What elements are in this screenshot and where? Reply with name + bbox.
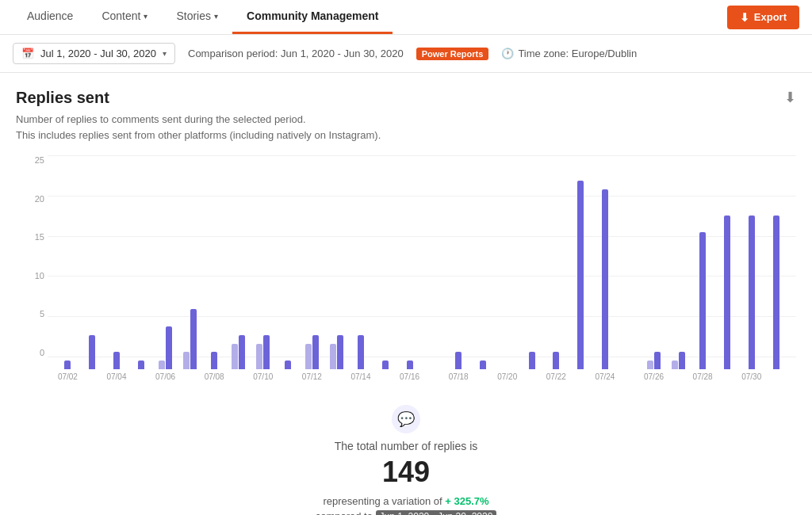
bar-group — [739, 216, 764, 369]
bar-group — [349, 335, 373, 369]
bar-group — [471, 360, 496, 369]
chevron-down-icon: ▾ — [163, 49, 167, 58]
bar-group — [105, 352, 129, 369]
chart-description: Number of replies to comments sent durin… — [16, 112, 796, 143]
chart-container: 25 20 15 10 5 0 — [16, 155, 796, 381]
chevron-down-icon: ▾ — [214, 12, 218, 21]
x-axis-label: 07/06 — [153, 372, 178, 381]
x-axis-label — [666, 372, 691, 381]
bar-group — [202, 352, 227, 369]
main-bar — [679, 352, 685, 369]
x-axis-label — [178, 372, 202, 381]
main-bar — [190, 309, 197, 369]
main-bar — [724, 216, 730, 369]
bar-group — [397, 360, 422, 369]
bar-group — [56, 360, 80, 369]
comparison-bar — [647, 360, 653, 369]
tab-audience[interactable]: Audience — [13, 0, 87, 34]
main-bar — [64, 360, 71, 369]
main-bar — [239, 335, 245, 369]
x-axis-label: 07/24 — [593, 372, 618, 381]
bar-group — [519, 352, 544, 369]
comparison-bar — [232, 344, 238, 369]
x-axis-label — [569, 372, 593, 381]
main-bar — [113, 352, 120, 369]
filter-bar: 📅 Jul 1, 2020 - Jul 30, 2020 ▾ Compariso… — [0, 35, 812, 73]
x-axis-label — [519, 372, 544, 381]
x-axis-label — [617, 372, 642, 381]
bars-chart — [48, 155, 796, 369]
bar-group — [446, 352, 471, 369]
total-label: The total number of replies is — [335, 440, 478, 452]
x-axis-label — [80, 372, 105, 381]
bar-group — [300, 335, 324, 369]
x-axis-label: 07/22 — [544, 372, 569, 381]
comparison-bar — [183, 352, 190, 369]
main-bar — [285, 360, 291, 369]
variation-value: + 325.7% — [445, 495, 488, 507]
comparison-bar — [305, 344, 312, 369]
main-bar — [337, 335, 343, 369]
main-bar — [529, 352, 535, 369]
main-bar — [553, 352, 559, 369]
bar-group — [275, 360, 300, 369]
bar-group — [251, 335, 275, 369]
clock-icon: 🕐 — [501, 48, 514, 59]
main-content: ⬇ Replies sent Number of replies to comm… — [0, 73, 812, 515]
total-value: 149 — [382, 456, 430, 489]
bar-group — [227, 335, 251, 369]
compared-period: Jun 1, 2020 - Jun 30, 2020 — [376, 510, 497, 515]
compared-text: compared to Jun 1, 2020 - Jun 30, 2020 — [316, 510, 497, 515]
x-axis-label — [324, 372, 349, 381]
tab-community-management[interactable]: Community Management — [232, 0, 393, 34]
tab-stories[interactable]: Stories ▾ — [162, 0, 232, 34]
tab-content[interactable]: Content ▾ — [87, 0, 162, 34]
main-bar — [138, 360, 144, 369]
x-axis-label — [227, 372, 251, 381]
top-nav: Audience Content ▾ Stories ▾ Community M… — [0, 0, 812, 35]
variation-text: representing a variation of + 325.7% — [323, 495, 488, 507]
calendar-icon: 📅 — [21, 48, 34, 59]
x-axis-label: 07/30 — [739, 372, 764, 381]
chart-download-button[interactable]: ⬇ — [784, 89, 796, 106]
main-bar — [89, 335, 95, 369]
x-axis-label — [128, 372, 153, 381]
x-axis-label — [373, 372, 397, 381]
x-axis-label — [422, 372, 446, 381]
nav-tabs: Audience Content ▾ Stories ▾ Community M… — [13, 0, 393, 34]
bar-group — [666, 352, 691, 369]
y-axis: 25 20 15 10 5 0 — [19, 155, 44, 357]
main-bar — [455, 352, 462, 369]
bar-group — [569, 181, 593, 369]
bar-group — [153, 326, 178, 369]
main-bar — [358, 335, 364, 369]
bar-group — [764, 216, 788, 369]
main-bar — [166, 326, 172, 369]
bar-group — [373, 360, 397, 369]
x-axis-label: 07/12 — [300, 372, 324, 381]
bar-group — [691, 232, 715, 369]
main-bar — [263, 335, 270, 369]
bar-group — [642, 352, 666, 369]
main-bar — [211, 352, 217, 369]
reply-icon: 💬 — [392, 405, 420, 433]
bar-group — [178, 309, 202, 369]
x-axis-label: 07/18 — [446, 372, 471, 381]
timezone-info: 🕐 Time zone: Europe/Dublin — [501, 48, 637, 59]
x-axis-label: 07/10 — [251, 372, 275, 381]
main-bar — [602, 189, 608, 369]
date-range-button[interactable]: 📅 Jul 1, 2020 - Jul 30, 2020 ▾ — [13, 43, 175, 64]
x-axis-label: 07/04 — [105, 372, 129, 381]
bar-group — [80, 335, 105, 369]
x-axis-label — [764, 372, 788, 381]
x-axis-label: 07/28 — [691, 372, 715, 381]
x-axis-label — [275, 372, 300, 381]
export-button[interactable]: ⬇ Export — [727, 6, 799, 29]
power-reports-badge: Power Reports — [416, 48, 489, 60]
chart-section: ⬇ Replies sent Number of replies to comm… — [16, 89, 796, 381]
chart-title: Replies sent — [16, 89, 796, 107]
summary-section: 💬 The total number of replies is 149 rep… — [16, 389, 796, 515]
x-axis-label: 07/20 — [495, 372, 519, 381]
main-bar — [773, 216, 779, 369]
main-bar — [407, 360, 413, 369]
